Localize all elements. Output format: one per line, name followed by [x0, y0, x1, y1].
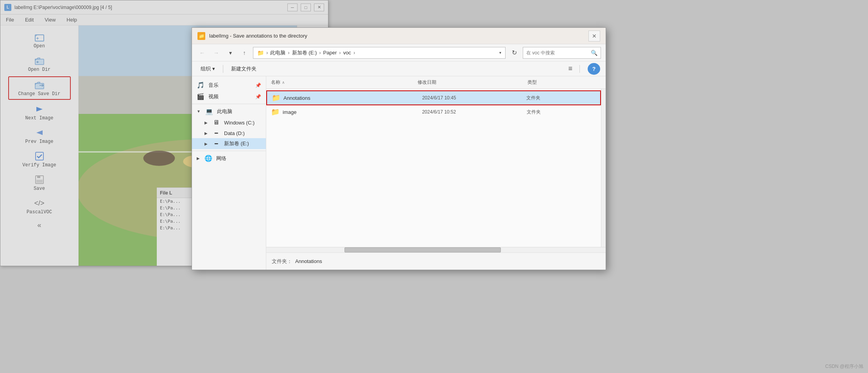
nav-item-data[interactable]: ▶ ━ Data (D:)	[192, 128, 266, 138]
dialog-nav: 🎵 音乐 📌 🎬 视频 📌 ▼ 💻 此电脑 ▶ 🖥 Window	[192, 76, 266, 270]
breadcrumb-paper[interactable]: Paper	[323, 50, 337, 56]
file-row-annotations[interactable]: 📁 Annotations 2024/6/17 10:45 文件夹	[266, 90, 601, 105]
dialog-files: 名称 ∧ 修改日期 类型 📁 Annotations 2024/6/1	[266, 76, 606, 270]
image-name: image	[283, 109, 422, 115]
nav-item-network[interactable]: ▶ 🌐 网络	[192, 153, 266, 164]
hscroll-thumb[interactable]	[344, 247, 501, 252]
video-pin: 📌	[255, 94, 261, 99]
annotations-folder-icon: 📁	[272, 94, 280, 102]
nav-this-pc-label: 此电脑	[217, 108, 232, 115]
nav-item-video[interactable]: 🎬 视频 📌	[192, 91, 266, 102]
files-header: 名称 ∧ 修改日期 类型	[266, 76, 606, 89]
this-pc-icon: 💻	[205, 108, 213, 115]
nav-divider-1	[192, 104, 266, 104]
horizontal-scrollbar[interactable]	[266, 247, 606, 252]
nav-video-label: 视频	[208, 93, 219, 100]
newvol-expand: ▶	[204, 142, 208, 146]
windows-icon: 🖥	[212, 119, 220, 126]
organize-button[interactable]: 组织 ▾	[197, 64, 218, 74]
help-button[interactable]: ?	[588, 63, 600, 75]
refresh-button[interactable]: ↻	[509, 47, 520, 58]
network-icon: 🌐	[204, 155, 212, 162]
address-dropdown-arrow[interactable]: ▾	[499, 50, 501, 55]
status-value: Annotations	[295, 258, 322, 264]
sort-date[interactable]: 修改日期	[418, 79, 527, 86]
data-expand: ▶	[204, 131, 208, 135]
nav-network-label: 网络	[216, 155, 226, 162]
dialog-close-button[interactable]: ✕	[588, 31, 600, 41]
address-bar[interactable]: 📁 › 此电脑 › 新加卷 (E:) › Paper › voc › ▾	[253, 47, 506, 59]
files-list: 📁 Annotations 2024/6/17 10:45 文件夹 📁 imag…	[266, 89, 601, 247]
music-icon: 🎵	[197, 81, 204, 89]
nav-item-windows[interactable]: ▶ 🖥 Windows (C:)	[192, 117, 266, 128]
address-sep-2: ›	[288, 50, 289, 56]
sort-type[interactable]: 类型	[527, 79, 601, 86]
nav-item-music[interactable]: 🎵 音乐 📌	[192, 79, 266, 91]
dialog-title-left: 📁 labelImg - Save annotations to the dir…	[197, 32, 307, 40]
annotations-type: 文件夹	[526, 95, 595, 101]
dialog-title: labelImg - Save annotations to the direc…	[209, 33, 307, 39]
nav-windows-label: Windows (C:)	[224, 120, 255, 126]
network-expand: ▶	[197, 156, 200, 160]
data-icon: ━	[212, 130, 220, 136]
col-date-label: 修改日期	[418, 79, 436, 86]
new-folder-button[interactable]: 新建文件夹	[228, 64, 260, 74]
search-input[interactable]	[526, 50, 588, 56]
address-folder-icon: 📁	[257, 50, 264, 56]
dialog-addressbar: ← → ▾ ↑ 📁 › 此电脑 › 新加卷 (E:) › Paper › voc…	[192, 44, 606, 61]
dropdown-button[interactable]: ▾	[225, 47, 236, 58]
video-icon: 🎬	[197, 93, 204, 100]
address-sep-5: ›	[353, 50, 355, 56]
status-label: 文件夹：	[272, 258, 292, 265]
files-area: 📁 Annotations 2024/6/17 10:45 文件夹 📁 imag…	[266, 89, 606, 247]
annotations-date: 2024/6/17 10:45	[422, 95, 526, 101]
vertical-scrollbar[interactable]	[601, 89, 606, 247]
this-pc-expand: ▼	[197, 109, 201, 114]
image-date: 2024/6/17 10:52	[422, 109, 526, 115]
up-button[interactable]: ↑	[239, 47, 250, 58]
toolbar-sep2	[579, 65, 580, 73]
address-sep-3: ›	[319, 50, 321, 56]
view-options-button[interactable]: ≡	[568, 65, 572, 73]
music-pin: 📌	[255, 83, 261, 88]
windows-expand: ▶	[204, 121, 208, 125]
address-sep-4: ›	[339, 50, 341, 56]
back-button[interactable]: ←	[197, 47, 208, 58]
dialog-titlebar: 📁 labelImg - Save annotations to the dir…	[192, 28, 606, 44]
dialog-statusbar: 文件夹： Annotations	[266, 252, 606, 270]
search-icon[interactable]: 🔍	[591, 50, 597, 56]
dialog-body: 🎵 音乐 📌 🎬 视频 📌 ▼ 💻 此电脑 ▶ 🖥 Window	[192, 76, 606, 270]
annotations-name: Annotations	[283, 95, 422, 101]
address-sep-1: ›	[266, 50, 268, 56]
breadcrumb-voc[interactable]: voc	[343, 50, 351, 56]
nav-newvol-label: 新加卷 (E:)	[224, 140, 249, 147]
dialog-toolbar: 组织 ▾ 新建文件夹 ≡ ?	[192, 61, 606, 76]
breadcrumb-drive[interactable]: 新加卷 (E:)	[292, 49, 317, 56]
image-type: 文件夹	[527, 109, 596, 115]
nav-music-label: 音乐	[208, 82, 219, 89]
save-dialog: 📁 labelImg - Save annotations to the dir…	[192, 27, 606, 270]
nav-divider-2	[192, 151, 266, 151]
nav-data-label: Data (D:)	[224, 130, 245, 136]
image-folder-icon: 📁	[271, 108, 280, 116]
file-row-image[interactable]: 📁 image 2024/6/17 10:52 文件夹	[266, 105, 601, 119]
col-type-label: 类型	[527, 79, 537, 86]
toolbar-separator	[223, 65, 223, 73]
sort-arrow: ∧	[282, 80, 285, 85]
newvol-icon: ━	[212, 141, 220, 147]
breadcrumb-pc[interactable]: 此电脑	[270, 49, 285, 56]
search-box[interactable]: 🔍	[523, 47, 601, 59]
col-name-label: 名称	[271, 79, 280, 86]
nav-item-this-pc[interactable]: ▼ 💻 此电脑	[192, 106, 266, 117]
dialog-title-icon: 📁	[197, 32, 205, 40]
forward-button[interactable]: →	[211, 47, 222, 58]
nav-item-newvol[interactable]: ▶ ━ 新加卷 (E:)	[192, 138, 266, 149]
sort-name[interactable]: 名称 ∧	[271, 79, 418, 86]
